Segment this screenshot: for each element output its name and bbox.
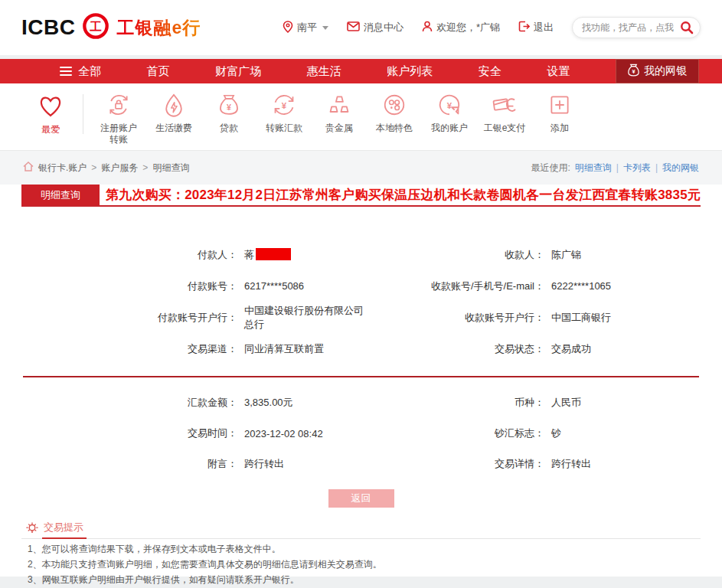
quick-registered-transfer[interactable]: 注册账户转账 (91, 91, 146, 145)
section-divider (23, 376, 699, 377)
location-label: 南平 (297, 21, 317, 34)
transaction-detail-grid-1: 付款人： 蒋 收款人： 陈广锦 付款账号： 6217****5086 收款账号/… (21, 239, 701, 364)
payee-name: 陈广锦 (551, 248, 581, 262)
transaction-channel: 同业清算互联前置 (244, 342, 324, 356)
main-navbar: 全部 首页 财富广场 惠生活 账户列表 安全 设置 ¥ 我的网银 (0, 59, 722, 83)
transfer-remit-icon: ¥ (270, 91, 298, 119)
payer-account: 6217****5086 (244, 280, 304, 292)
hamburger-icon (60, 64, 72, 78)
payer-bank: 中国建设银行股份有限公司总行 (244, 304, 366, 332)
field-transaction-detail: 交易详情： 跨行转出 (366, 449, 701, 479)
purchase-notice-banner: 第九次购买：2023年12月2日江苏常州客户购买保温压边机和长款卷圆机各一台发江… (106, 185, 701, 205)
location-selector[interactable]: 南平 (283, 21, 328, 35)
panel-header: 明细查询 第九次购买：2023年12月2日江苏常州客户购买保温压边机和长款卷圆机… (21, 185, 701, 207)
svg-text:¥: ¥ (632, 68, 635, 75)
heart-icon (36, 91, 65, 120)
tab-detail-query[interactable]: 明细查询 (21, 185, 100, 205)
transaction-status: 交易成功 (551, 342, 591, 356)
quick-utility-payment[interactable]: 生活缴费 (146, 91, 201, 134)
registered-transfer-icon (105, 91, 132, 119)
utility-payment-icon (160, 91, 188, 119)
welcome-user[interactable]: 欢迎您，*广锦 (422, 21, 500, 34)
nav-home[interactable]: 首页 (147, 64, 170, 79)
back-button[interactable]: 返回 (328, 489, 394, 508)
my-account-icon: ¥ (436, 91, 463, 119)
recent-link-my-ebank[interactable]: 我的网银 (662, 162, 699, 175)
field-memo: 附言： 跨行转出 (21, 449, 366, 479)
nav-security[interactable]: 安全 (479, 64, 501, 79)
nav-account-list[interactable]: 账户列表 (387, 64, 433, 79)
precious-metal-icon (325, 91, 353, 119)
field-payee-bank: 收款账号开户行： 中国工商银行 (366, 302, 701, 333)
transaction-tips: 交易提示 1、您可以将查询结果下载，并保存到文本或电子表格文件中。 2、本功能只… (21, 521, 701, 585)
tips-title: 交易提示 (42, 521, 87, 539)
recent-link-card-list[interactable]: 卡列表 (623, 162, 651, 175)
brand-name-cn: 工银融e行 (116, 16, 201, 40)
tip-3: 3、网银互联账户明细由开户银行提供，如有疑问请联系开户银行。 (21, 575, 701, 585)
quick-epay[interactable]: 工银e支付 (477, 91, 532, 134)
search-box (572, 17, 701, 38)
memo: 跨行转出 (244, 457, 284, 471)
cash-flag: 钞 (551, 426, 561, 440)
nav-wealth-plaza[interactable]: 财富广场 (215, 64, 261, 79)
main-content: 明细查询 第九次购买：2023年12月2日江苏常州客户购买保温压边机和长款卷圆机… (0, 185, 722, 577)
quick-transfer-remit[interactable]: ¥ 转账汇款 (256, 91, 312, 134)
quick-local-feature[interactable]: 本地特色 (367, 91, 422, 134)
logout-button[interactable]: 退出 (518, 21, 554, 34)
svg-text:¥: ¥ (227, 103, 231, 112)
field-payer-bank: 付款账号开户行： 中国建设银行股份有限公司总行 (21, 302, 366, 333)
tip-1: 1、您可以将查询结果下载，并保存到文本或电子表格文件中。 (21, 544, 701, 554)
svg-text:工: 工 (90, 20, 103, 33)
add-icon (546, 91, 573, 119)
quick-favorite[interactable]: 最爱 (23, 91, 78, 136)
loan-icon: ¥ (215, 91, 243, 119)
nav-life[interactable]: 惠生活 (307, 64, 341, 79)
quick-precious-metal[interactable]: 贵金属 (312, 91, 367, 134)
redacted-name-block (256, 248, 291, 260)
nav-my-ebank-label: 我的网银 (644, 64, 687, 78)
quick-favorite-label: 最爱 (41, 124, 60, 136)
welcome-label: 欢迎您，*广锦 (436, 21, 500, 34)
transaction-detail: 跨行转出 (551, 457, 591, 471)
quick-access-row: 最爱 注册账户转账 生活缴费 ¥ 贷款 ¥ 转账汇款 贵金属 (0, 83, 722, 151)
search-icon[interactable] (680, 21, 694, 38)
transaction-time: 2023-12-02 08:42 (244, 428, 323, 439)
recent-link-detail-query[interactable]: 明细查询 (575, 162, 612, 175)
nav-all-label: 全部 (78, 64, 101, 79)
field-status: 交易状态： 交易成功 (366, 333, 701, 364)
svg-text:¥: ¥ (282, 101, 287, 110)
icbc-wordmark: ICBC (21, 15, 75, 40)
breadcrumb-item-accounts[interactable]: 银行卡.账户 (38, 162, 87, 175)
nav-settings[interactable]: 设置 (547, 64, 570, 79)
quick-my-account[interactable]: ¥ 我的账户 (422, 91, 477, 134)
recent-used-label: 最近使用: (531, 162, 570, 175)
location-pin-icon (283, 21, 293, 35)
breadcrumb-band: 银行卡.账户 > 账户服务 > 明细查询 最近使用: 明细查询 | 卡列表 | … (0, 151, 722, 185)
breadcrumb: 银行卡.账户 > 账户服务 > 明细查询 (23, 162, 189, 175)
payer-name: 蒋 (244, 249, 254, 260)
tip-2: 2、本功能只支持查询账户明细，如您需要查询具体交易的明细信息请到相关交易查询。 (21, 560, 701, 570)
logout-icon (518, 21, 530, 34)
field-amount: 汇款金额： 3,835.00元 (21, 387, 366, 418)
user-icon (422, 21, 433, 34)
field-cash-flag: 钞汇标志： 钞 (366, 418, 701, 449)
home-icon[interactable] (23, 162, 34, 174)
nav-all-menu[interactable]: 全部 (60, 64, 101, 79)
breadcrumb-item-account-service[interactable]: 账户服务 (101, 162, 138, 175)
quick-add[interactable]: 添加 (532, 91, 587, 134)
message-center-link[interactable]: 消息中心 (347, 21, 403, 34)
quick-loan[interactable]: ¥ 贷款 (201, 91, 256, 134)
field-payer: 付款人： 蒋 (21, 239, 366, 270)
field-payer-account: 付款账号： 6217****5086 (21, 270, 366, 302)
recent-used: 最近使用: 明细查询 | 卡列表 | 我的网银 (531, 162, 699, 175)
message-center-label: 消息中心 (364, 21, 403, 34)
logout-label: 退出 (534, 21, 554, 34)
field-time: 交易时间： 2023-12-02 08:42 (21, 418, 366, 449)
currency: 人民币 (551, 396, 581, 410)
field-channel: 交易渠道： 同业清算互联前置 (21, 333, 366, 364)
payee-account: 6222****1065 (551, 280, 611, 292)
transaction-detail-grid-2: 汇款金额： 3,835.00元 币种： 人民币 交易时间： 2023-12-02… (21, 387, 701, 479)
remit-amount: 3,835.00元 (244, 396, 293, 410)
nav-my-ebank[interactable]: ¥ 我的网银 (616, 59, 699, 83)
local-feature-icon (381, 91, 408, 119)
